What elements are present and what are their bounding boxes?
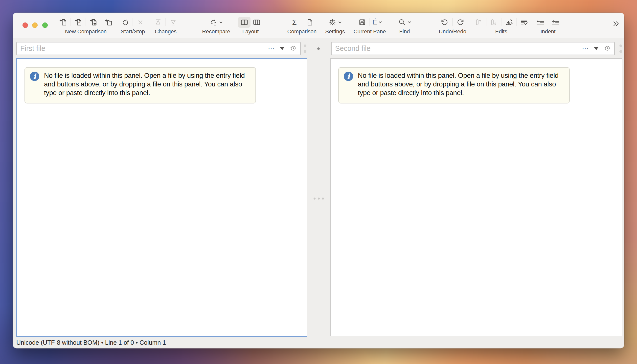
browse-second-file-button[interactable]: … — [582, 46, 589, 51]
second-file-field-container: … — [331, 42, 615, 55]
second-field-drag-handle[interactable] — [619, 44, 622, 53]
second-file-panel[interactable]: i No file is loaded within this panel. O… — [330, 58, 622, 336]
three-pane-layout-button[interactable] — [251, 17, 263, 28]
toolbar-group-recompare: Recompare — [202, 16, 230, 35]
ignore-change-button[interactable] — [503, 17, 515, 28]
svg-text:01: 01 — [78, 22, 81, 25]
accept-change-button[interactable] — [518, 17, 530, 28]
chevron-down-icon — [408, 20, 411, 24]
first-file-input[interactable] — [17, 44, 268, 52]
history-clock-icon — [289, 44, 297, 52]
toolbar-overflow-button[interactable] — [612, 20, 620, 28]
first-field-drag-handle[interactable] — [304, 44, 306, 53]
first-file-field-container: … — [16, 42, 301, 55]
push-change-up-button[interactable] — [473, 17, 485, 28]
stop-comparison-button[interactable] — [134, 17, 147, 28]
start-comparison-button[interactable] — [119, 17, 132, 28]
next-change-icon — [169, 18, 177, 26]
status-bar: Unicode (UTF-8 without BOM) • Line 1 of … — [13, 337, 624, 348]
first-file-dropdown-icon[interactable] — [280, 47, 284, 50]
pane-splitter-handle[interactable] — [314, 198, 324, 200]
two-pane-layout-icon — [240, 18, 249, 26]
toolbar-group-start-stop: Start/Stop — [119, 16, 147, 35]
toolbar-group-label: Undo/Redo — [439, 28, 466, 35]
sigma-icon: Σ — [292, 18, 297, 26]
toolbar-group-label: Edits — [495, 28, 507, 35]
restart-arrow-icon — [121, 18, 130, 26]
comparison-report-button[interactable] — [303, 17, 316, 28]
history-clock-icon — [603, 44, 611, 52]
ignore-warning-icon — [505, 18, 513, 26]
new-binary-comparison-button[interactable]: 01 — [72, 17, 85, 28]
three-pane-layout-icon — [253, 18, 261, 26]
stop-x-icon — [136, 18, 145, 26]
double-chevron-right-icon — [612, 20, 620, 28]
chevron-down-icon — [378, 20, 382, 24]
new-folder-comparison-button[interactable] — [102, 17, 115, 28]
outdent-icon — [536, 18, 545, 26]
app-window: 01 — [13, 12, 624, 348]
toolbar-group-indent: Indent — [534, 16, 562, 35]
no-file-infobox: i No file is loaded within this panel. O… — [338, 67, 570, 104]
save-floppy-icon — [358, 18, 366, 26]
accept-lines-check-icon — [520, 18, 528, 26]
first-file-history-button[interactable] — [289, 44, 297, 53]
new-image-document-icon — [89, 18, 98, 26]
indent-button[interactable] — [549, 17, 562, 28]
two-pane-layout-button[interactable] — [238, 17, 251, 28]
toolbar-group-label: Layout — [242, 28, 259, 35]
first-file-panel[interactable]: i No file is loaded within this panel. O… — [16, 58, 307, 337]
undo-icon — [441, 18, 449, 26]
comparison-summary-button[interactable]: Σ — [288, 17, 300, 28]
info-icon: i — [30, 72, 39, 81]
redo-button[interactable] — [454, 17, 466, 28]
second-file-dropdown-icon[interactable] — [594, 47, 598, 50]
new-text-comparison-button[interactable] — [57, 17, 70, 28]
find-button[interactable] — [397, 17, 412, 28]
close-button[interactable] — [23, 22, 28, 28]
save-pane-button[interactable] — [356, 17, 368, 28]
recompare-button[interactable] — [209, 17, 224, 28]
second-file-history-button[interactable] — [603, 44, 611, 53]
toolbar-group-label: New Comparison — [65, 28, 107, 35]
toolbar-group-changes: Changes — [152, 16, 179, 35]
new-image-comparison-button[interactable] — [87, 17, 100, 28]
zoom-button[interactable] — [42, 22, 48, 28]
undo-button[interactable] — [439, 17, 451, 28]
minimize-button[interactable] — [32, 22, 38, 28]
encoding-icon: É — [372, 19, 377, 26]
toolbar-group-current-pane: É Current Pane — [354, 16, 386, 35]
settings-button[interactable] — [328, 17, 343, 28]
push-down-icon — [490, 18, 498, 26]
second-file-input[interactable] — [332, 44, 582, 52]
new-folder-icon — [104, 18, 113, 26]
new-binary-document-icon: 01 — [74, 18, 83, 26]
browse-first-file-button[interactable]: … — [268, 46, 275, 51]
toolbar-group-label: Current Pane — [354, 28, 386, 35]
toolbar-group-settings: Settings — [325, 16, 345, 35]
next-change-button[interactable] — [167, 17, 179, 28]
report-document-icon — [305, 18, 314, 26]
previous-change-icon — [154, 18, 162, 26]
chevron-down-icon — [338, 20, 342, 24]
toolbar-group-label: Settings — [325, 28, 345, 35]
toolbar-group-label: Comparison — [287, 28, 317, 35]
toolbar-group-label: Start/Stop — [121, 28, 145, 35]
push-change-down-button[interactable] — [488, 17, 500, 28]
toolbar-group-new-comparison: 01 — [57, 16, 115, 35]
toolbar-group-label: Changes — [155, 28, 176, 35]
previous-change-button[interactable] — [152, 17, 164, 28]
chevron-down-icon — [219, 20, 223, 24]
no-file-message: No file is loaded within this panel. Ope… — [358, 71, 568, 97]
no-file-infobox: i No file is loaded within this panel. O… — [25, 67, 256, 104]
no-file-message: No file is loaded within this panel. Ope… — [44, 71, 254, 97]
redo-icon — [456, 18, 464, 26]
indent-icon — [551, 18, 560, 26]
gear-icon — [328, 18, 337, 26]
push-up-icon — [475, 18, 483, 26]
pane-separator-dot[interactable] — [317, 48, 320, 50]
toolbar-group-layout: Layout — [238, 16, 263, 35]
outdent-button[interactable] — [534, 17, 547, 28]
text-encoding-button[interactable]: É — [371, 17, 383, 28]
search-icon — [398, 18, 406, 26]
